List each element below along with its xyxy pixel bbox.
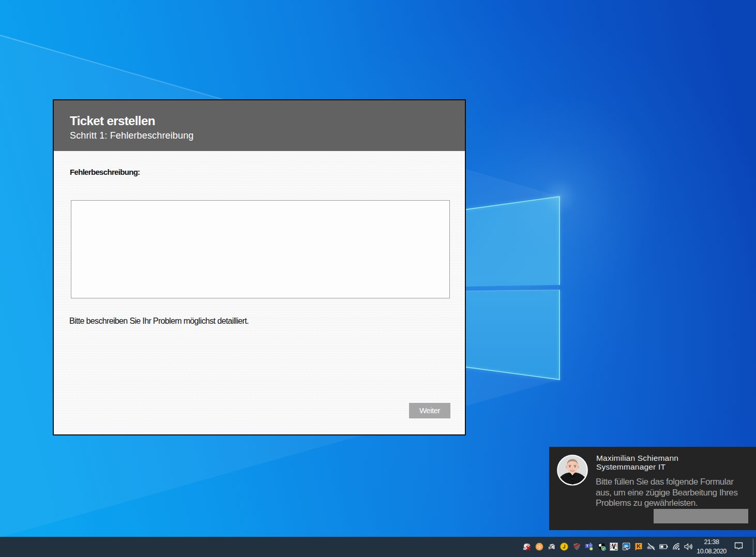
- svg-text:K: K: [637, 543, 641, 549]
- svg-text:T: T: [586, 544, 588, 548]
- svg-text:DL: DL: [624, 545, 628, 548]
